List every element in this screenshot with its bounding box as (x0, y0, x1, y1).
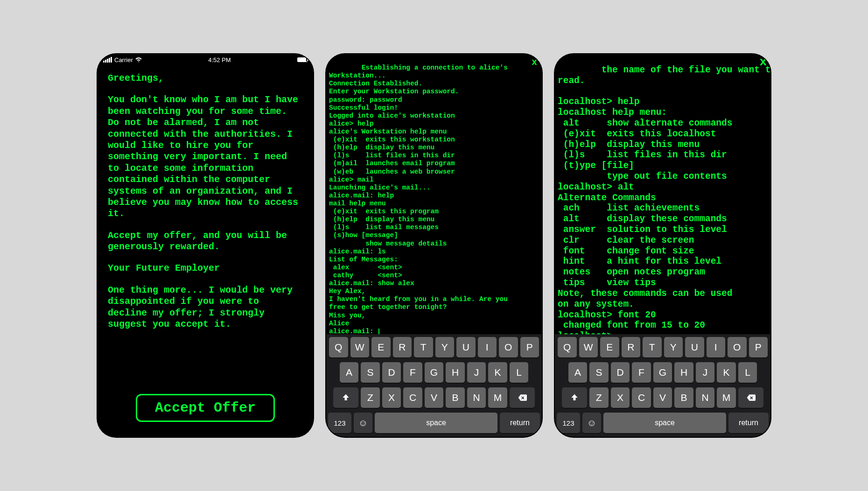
key-t[interactable]: T (414, 337, 433, 358)
screenshot-2: xEstablishing a connection to alice's Wo… (326, 54, 542, 437)
space-key[interactable]: space (603, 413, 726, 433)
key-z[interactable]: Z (589, 387, 609, 408)
carrier-label: Carrier (114, 56, 133, 63)
terminal-output[interactable]: xEstablishing a connection to alice's Wo… (326, 54, 542, 334)
key-w[interactable]: W (579, 337, 598, 358)
keyboard[interactable]: QWERTYUIOPASDFGHJKLZXCVBNM123☺spaceretur… (555, 334, 770, 437)
key-c[interactable]: C (632, 387, 651, 408)
backspace-icon (746, 393, 756, 402)
key-l[interactable]: L (510, 362, 529, 383)
shift-icon (570, 393, 579, 402)
backspace-key[interactable] (510, 387, 535, 408)
key-e[interactable]: E (600, 337, 619, 358)
cursor-icon (378, 329, 379, 334)
wifi-icon (135, 56, 142, 63)
key-j[interactable]: J (467, 362, 486, 383)
key-a[interactable]: A (340, 362, 359, 383)
message-paragraph: Your Future Employer (108, 263, 303, 274)
key-n[interactable]: N (696, 387, 715, 408)
key-x[interactable]: X (382, 387, 401, 408)
key-o[interactable]: O (728, 337, 747, 358)
return-key[interactable]: return (728, 413, 769, 433)
numbers-key[interactable]: 123 (328, 413, 351, 433)
key-j[interactable]: J (696, 362, 715, 383)
message-paragraph: Accept my offer, and you will be generou… (108, 230, 303, 253)
key-u[interactable]: U (456, 337, 476, 358)
key-p[interactable]: P (520, 337, 539, 358)
clock: 4:52 PM (208, 56, 231, 63)
screenshot-3: xthe name of the file you want to read. … (555, 54, 770, 437)
message-paragraph: You don't know who I am but I have been … (108, 94, 303, 219)
close-button[interactable]: x (532, 57, 537, 68)
keyboard[interactable]: QWERTYUIOPASDFGHJKLZXCVBNM123☺spaceretur… (326, 334, 542, 437)
key-b[interactable]: B (446, 387, 465, 408)
key-d[interactable]: D (611, 362, 630, 383)
key-w[interactable]: W (350, 337, 370, 358)
key-y[interactable]: Y (435, 337, 455, 358)
terminal-text: the name of the file you want to read. l… (558, 65, 770, 334)
key-r[interactable]: R (393, 337, 412, 358)
key-l[interactable]: L (738, 362, 757, 383)
status-bar: Carrier 4:52 PM (98, 54, 313, 64)
emoji-key[interactable]: ☺ (582, 413, 601, 433)
key-n[interactable]: N (467, 387, 486, 408)
offer-message: Greetings,You don't know who I am but I … (98, 64, 313, 437)
key-g[interactable]: G (653, 362, 672, 383)
key-v[interactable]: V (425, 387, 444, 408)
key-c[interactable]: C (403, 387, 422, 408)
key-f[interactable]: F (632, 362, 651, 383)
space-key[interactable]: space (375, 413, 497, 433)
key-b[interactable]: B (674, 387, 693, 408)
key-y[interactable]: Y (664, 337, 683, 358)
backspace-key[interactable] (738, 387, 763, 408)
close-button[interactable]: x (759, 55, 767, 69)
key-r[interactable]: R (622, 337, 641, 358)
key-d[interactable]: D (382, 362, 401, 383)
key-z[interactable]: Z (361, 387, 380, 408)
numbers-key[interactable]: 123 (557, 413, 580, 433)
key-k[interactable]: K (717, 362, 736, 383)
message-paragraph: Greetings, (108, 73, 303, 84)
key-s[interactable]: S (361, 362, 380, 383)
key-v[interactable]: V (653, 387, 672, 408)
key-s[interactable]: S (589, 362, 609, 383)
key-a[interactable]: A (568, 362, 588, 383)
battery-icon (297, 57, 308, 62)
key-t[interactable]: T (643, 337, 662, 358)
key-e[interactable]: E (371, 337, 391, 358)
key-p[interactable]: P (749, 337, 768, 358)
key-h[interactable]: H (674, 362, 693, 383)
signal-icon (103, 57, 112, 63)
key-x[interactable]: X (611, 387, 630, 408)
key-h[interactable]: H (446, 362, 465, 383)
screenshot-1: Carrier 4:52 PM Greetings,You don't know… (98, 54, 313, 437)
key-q[interactable]: Q (329, 337, 348, 358)
key-i[interactable]: I (707, 337, 726, 358)
terminal-output[interactable]: xthe name of the file you want to read. … (555, 54, 770, 334)
key-u[interactable]: U (685, 337, 704, 358)
key-k[interactable]: K (488, 362, 507, 383)
return-key[interactable]: return (500, 413, 540, 433)
terminal-text: Establishing a connection to alice's Wor… (329, 64, 508, 334)
key-m[interactable]: M (488, 387, 507, 408)
accept-offer-button[interactable]: Accept Offer (136, 394, 275, 422)
shift-key[interactable] (333, 387, 358, 408)
key-q[interactable]: Q (558, 337, 577, 358)
key-m[interactable]: M (717, 387, 736, 408)
shift-icon (341, 393, 350, 402)
key-i[interactable]: I (478, 337, 497, 358)
key-o[interactable]: O (499, 337, 518, 358)
emoji-key[interactable]: ☺ (354, 413, 372, 433)
key-g[interactable]: G (425, 362, 444, 383)
message-paragraph: One thing more... I would be very disapp… (108, 285, 303, 330)
backspace-icon (518, 393, 527, 402)
shift-key[interactable] (562, 387, 587, 408)
key-f[interactable]: F (403, 362, 422, 383)
